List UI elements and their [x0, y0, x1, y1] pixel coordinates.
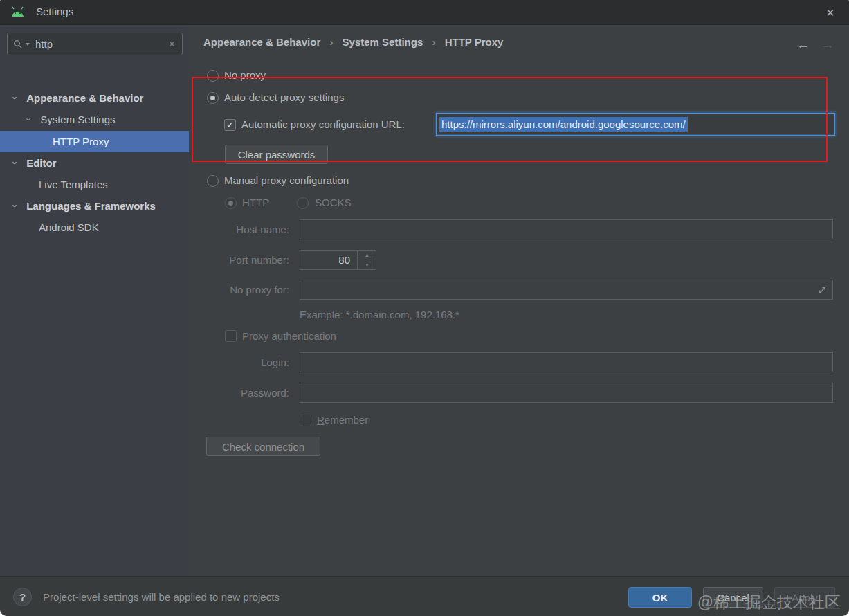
no-proxy-for-field[interactable]	[300, 280, 833, 300]
sidebar-item-appearance-behavior[interactable]: › Appearance & Behavior	[0, 87, 189, 109]
sidebar-item-system-settings[interactable]: › System Settings	[0, 109, 189, 130]
sidebar-item-live-templates[interactable]: Live Templates	[0, 174, 189, 195]
check-connection-button[interactable]: Check connection	[206, 437, 320, 456]
sidebar-item-http-proxy[interactable]: HTTP Proxy	[0, 131, 189, 152]
search-icon	[13, 39, 23, 49]
search-history-caret-icon[interactable]	[26, 43, 30, 46]
stepper-down-icon[interactable]: ▼	[358, 260, 376, 270]
expand-icon[interactable]	[818, 286, 827, 295]
checkbox-proxy-auth[interactable]	[225, 330, 237, 342]
proxy-auth-label[interactable]: Proxy authentication	[242, 330, 336, 342]
radio-socks[interactable]	[297, 197, 309, 209]
clear-passwords-label: Clear passwords	[238, 149, 316, 161]
port-stepper: ▲ ▼	[358, 250, 376, 270]
sidebar-item-label: Android SDK	[39, 221, 99, 233]
manual-proxy-label[interactable]: Manual proxy configuration	[224, 174, 349, 186]
sidebar: × › Appearance & Behavior › System Setti…	[0, 25, 189, 576]
no-proxy-for-label: No proxy for:	[194, 284, 289, 296]
close-icon[interactable]: ×	[818, 1, 843, 24]
clear-search-icon[interactable]: ×	[167, 38, 176, 51]
pac-url-label[interactable]: Automatic proxy configuration URL:	[241, 118, 405, 130]
titlebar: Settings ×	[0, 0, 849, 25]
breadcrumb-separator: ›	[432, 36, 435, 48]
remember-label[interactable]: Remember	[317, 414, 368, 426]
cancel-button[interactable]: Cancel	[703, 587, 763, 608]
sidebar-item-editor[interactable]: › Editor	[0, 152, 189, 174]
chevron-down-icon[interactable]: ›	[5, 159, 26, 167]
chevron-down-icon[interactable]: ›	[5, 94, 26, 102]
radio-no-proxy[interactable]	[207, 70, 219, 82]
sidebar-item-label: HTTP Proxy	[53, 136, 109, 147]
port-value: 80	[338, 254, 350, 266]
host-name-field[interactable]	[300, 219, 833, 239]
pac-url-selected-text: https://mirrors.aliyun.com/android.googl…	[439, 117, 688, 132]
check-connection-label: Check connection	[222, 441, 304, 453]
ok-label: OK	[652, 592, 668, 604]
sidebar-item-label: System Settings	[40, 114, 115, 125]
chevron-down-icon[interactable]: ›	[19, 116, 40, 124]
footer: ? Project-level settings will be applied…	[0, 576, 849, 616]
radio-manual-proxy[interactable]	[207, 175, 219, 187]
cancel-label: Cancel	[717, 592, 749, 604]
chevron-down-icon[interactable]: ›	[5, 202, 26, 210]
breadcrumb-separator: ›	[329, 36, 333, 48]
sidebar-item-label: Appearance & Behavior	[26, 92, 143, 104]
checkbox-remember[interactable]	[300, 415, 311, 426]
forward-arrow-icon[interactable]: →	[821, 37, 834, 51]
breadcrumb-appearance-behavior[interactable]: Appearance & Behavior	[203, 36, 320, 48]
search-input[interactable]	[34, 37, 167, 51]
sidebar-item-label: Editor	[26, 157, 56, 169]
port-number-field[interactable]: 80	[300, 250, 358, 270]
login-label: Login:	[194, 356, 289, 368]
sidebar-item-label: Live Templates	[39, 179, 108, 190]
sidebar-item-android-sdk[interactable]: Android SDK	[0, 217, 189, 238]
sidebar-item-label: Languages & Frameworks	[26, 200, 156, 212]
checkbox-pac-url[interactable]: ✓	[224, 119, 236, 131]
apply-button[interactable]: Apply	[774, 587, 835, 608]
check-icon: ✓	[226, 120, 234, 130]
back-arrow-icon[interactable]: ←	[796, 37, 810, 51]
password-label: Password:	[194, 387, 289, 399]
window-title: Settings	[36, 6, 73, 17]
radio-auto-detect[interactable]	[207, 92, 219, 104]
socks-label[interactable]: SOCKS	[315, 197, 352, 208]
no-proxy-label[interactable]: No proxy	[224, 69, 266, 81]
footer-hint: Project-level settings will be applied t…	[43, 591, 280, 603]
pac-url-input[interactable]: https://mirrors.aliyun.com/android.googl…	[436, 113, 835, 136]
login-field[interactable]	[300, 352, 833, 372]
http-label[interactable]: HTTP	[242, 197, 269, 208]
port-number-label: Port number:	[194, 254, 289, 266]
sidebar-item-languages-frameworks[interactable]: › Languages & Frameworks	[0, 195, 189, 217]
breadcrumb-http-proxy[interactable]: HTTP Proxy	[445, 36, 504, 48]
host-name-label: Host name:	[194, 224, 289, 235]
ok-button[interactable]: OK	[628, 587, 692, 608]
settings-search-box[interactable]: ×	[7, 33, 183, 55]
stepper-up-icon[interactable]: ▲	[358, 251, 376, 260]
breadcrumb-system-settings[interactable]: System Settings	[343, 36, 423, 48]
breadcrumb: Appearance & Behavior › System Settings …	[203, 36, 503, 48]
auto-detect-label[interactable]: Auto-detect proxy settings	[224, 91, 344, 103]
no-proxy-example-text: Example: *.domain.com, 192.168.*	[300, 309, 459, 320]
apply-label: Apply	[792, 592, 818, 604]
password-field[interactable]	[300, 383, 833, 403]
android-studio-icon	[10, 6, 25, 17]
radio-http[interactable]	[225, 197, 237, 209]
settings-window: Settings × × › Appearance & Behavior › S…	[0, 0, 849, 616]
clear-passwords-button[interactable]: Clear passwords	[225, 145, 328, 164]
help-icon[interactable]: ?	[13, 588, 32, 606]
